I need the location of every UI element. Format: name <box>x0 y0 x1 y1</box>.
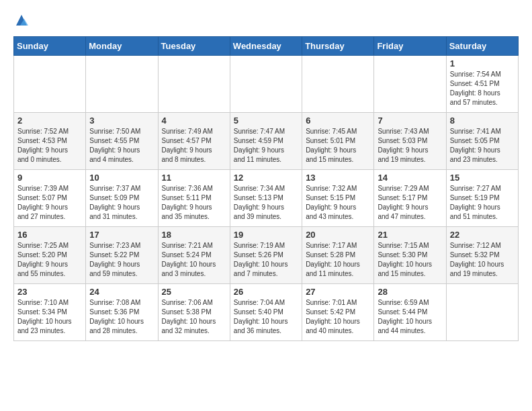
calendar-cell: 17Sunrise: 7:23 AM Sunset: 5:22 PM Dayli… <box>86 227 158 284</box>
weekday-header: Saturday <box>446 37 518 56</box>
day-info: Sunrise: 7:54 AM Sunset: 4:51 PM Dayligh… <box>450 70 515 107</box>
day-number: 25 <box>162 287 226 297</box>
weekday-header: Friday <box>374 37 446 56</box>
day-number: 26 <box>234 287 298 297</box>
calendar-week-row: 16Sunrise: 7:25 AM Sunset: 5:20 PM Dayli… <box>14 227 519 284</box>
day-info: Sunrise: 7:27 AM Sunset: 5:19 PM Dayligh… <box>450 184 515 222</box>
day-number: 24 <box>89 287 154 297</box>
day-info: Sunrise: 7:45 AM Sunset: 5:01 PM Dayligh… <box>306 127 370 165</box>
weekday-header: Tuesday <box>158 37 230 56</box>
calendar-cell: 23Sunrise: 7:10 AM Sunset: 5:34 PM Dayli… <box>14 284 86 341</box>
day-number: 21 <box>378 230 442 240</box>
calendar-cell: 22Sunrise: 7:12 AM Sunset: 5:32 PM Dayli… <box>446 227 518 284</box>
day-info: Sunrise: 7:39 AM Sunset: 5:07 PM Dayligh… <box>17 184 82 222</box>
page-header <box>13 13 519 30</box>
day-info: Sunrise: 7:43 AM Sunset: 5:03 PM Dayligh… <box>378 127 442 165</box>
weekday-header-row: SundayMondayTuesdayWednesdayThursdayFrid… <box>14 37 519 56</box>
calendar-cell: 16Sunrise: 7:25 AM Sunset: 5:20 PM Dayli… <box>14 227 86 284</box>
day-number: 28 <box>378 287 442 297</box>
calendar-cell: 20Sunrise: 7:17 AM Sunset: 5:28 PM Dayli… <box>302 227 374 284</box>
day-number: 19 <box>234 230 298 240</box>
day-number: 12 <box>234 173 298 183</box>
day-number: 18 <box>162 230 226 240</box>
logo-icon <box>13 13 30 30</box>
day-info: Sunrise: 7:49 AM Sunset: 4:57 PM Dayligh… <box>162 127 226 165</box>
calendar-cell: 19Sunrise: 7:19 AM Sunset: 5:26 PM Dayli… <box>230 227 302 284</box>
calendar-cell: 28Sunrise: 6:59 AM Sunset: 5:44 PM Dayli… <box>374 284 446 341</box>
calendar-week-row: 23Sunrise: 7:10 AM Sunset: 5:34 PM Dayli… <box>14 284 519 341</box>
calendar-cell <box>14 56 86 113</box>
day-number: 15 <box>450 173 515 183</box>
day-info: Sunrise: 7:06 AM Sunset: 5:38 PM Dayligh… <box>162 298 226 336</box>
day-number: 8 <box>450 116 515 126</box>
day-number: 22 <box>450 230 515 240</box>
calendar-cell <box>302 56 374 113</box>
calendar-cell <box>230 56 302 113</box>
day-info: Sunrise: 7:50 AM Sunset: 4:55 PM Dayligh… <box>89 127 154 165</box>
calendar-cell: 10Sunrise: 7:37 AM Sunset: 5:09 PM Dayli… <box>86 170 158 227</box>
calendar-cell: 15Sunrise: 7:27 AM Sunset: 5:19 PM Dayli… <box>446 170 518 227</box>
calendar-cell: 8Sunrise: 7:41 AM Sunset: 5:05 PM Daylig… <box>446 113 518 170</box>
calendar-table: SundayMondayTuesdayWednesdayThursdayFrid… <box>13 36 519 341</box>
calendar-cell: 11Sunrise: 7:36 AM Sunset: 5:11 PM Dayli… <box>158 170 230 227</box>
weekday-header: Sunday <box>14 37 86 56</box>
calendar-cell: 13Sunrise: 7:32 AM Sunset: 5:15 PM Dayli… <box>302 170 374 227</box>
day-number: 4 <box>162 116 226 126</box>
day-info: Sunrise: 7:47 AM Sunset: 4:59 PM Dayligh… <box>234 127 298 165</box>
calendar-cell <box>158 56 230 113</box>
calendar-cell <box>446 284 518 341</box>
weekday-header: Wednesday <box>230 37 302 56</box>
calendar-cell: 26Sunrise: 7:04 AM Sunset: 5:40 PM Dayli… <box>230 284 302 341</box>
logo <box>13 13 32 30</box>
day-number: 17 <box>89 230 154 240</box>
calendar-cell: 9Sunrise: 7:39 AM Sunset: 5:07 PM Daylig… <box>14 170 86 227</box>
day-info: Sunrise: 6:59 AM Sunset: 5:44 PM Dayligh… <box>378 298 442 336</box>
calendar-cell: 4Sunrise: 7:49 AM Sunset: 4:57 PM Daylig… <box>158 113 230 170</box>
calendar-cell: 12Sunrise: 7:34 AM Sunset: 5:13 PM Dayli… <box>230 170 302 227</box>
day-number: 6 <box>306 116 370 126</box>
day-number: 11 <box>162 173 226 183</box>
calendar-cell: 27Sunrise: 7:01 AM Sunset: 5:42 PM Dayli… <box>302 284 374 341</box>
day-info: Sunrise: 7:36 AM Sunset: 5:11 PM Dayligh… <box>162 184 226 222</box>
day-number: 13 <box>306 173 370 183</box>
day-number: 7 <box>378 116 442 126</box>
day-number: 5 <box>234 116 298 126</box>
calendar-cell: 21Sunrise: 7:15 AM Sunset: 5:30 PM Dayli… <box>374 227 446 284</box>
weekday-header: Thursday <box>302 37 374 56</box>
calendar-week-row: 1Sunrise: 7:54 AM Sunset: 4:51 PM Daylig… <box>14 56 519 113</box>
day-number: 10 <box>89 173 154 183</box>
calendar-cell: 25Sunrise: 7:06 AM Sunset: 5:38 PM Dayli… <box>158 284 230 341</box>
day-info: Sunrise: 7:01 AM Sunset: 5:42 PM Dayligh… <box>306 298 370 336</box>
day-number: 14 <box>378 173 442 183</box>
calendar-cell: 18Sunrise: 7:21 AM Sunset: 5:24 PM Dayli… <box>158 227 230 284</box>
day-info: Sunrise: 7:37 AM Sunset: 5:09 PM Dayligh… <box>89 184 154 222</box>
calendar-cell: 6Sunrise: 7:45 AM Sunset: 5:01 PM Daylig… <box>302 113 374 170</box>
calendar-cell: 7Sunrise: 7:43 AM Sunset: 5:03 PM Daylig… <box>374 113 446 170</box>
day-number: 2 <box>17 116 82 126</box>
day-number: 16 <box>17 230 82 240</box>
day-number: 9 <box>17 173 82 183</box>
calendar-cell <box>374 56 446 113</box>
calendar-cell: 14Sunrise: 7:29 AM Sunset: 5:17 PM Dayli… <box>374 170 446 227</box>
calendar-cell <box>86 56 158 113</box>
day-info: Sunrise: 7:17 AM Sunset: 5:28 PM Dayligh… <box>306 241 370 279</box>
weekday-header: Monday <box>86 37 158 56</box>
day-info: Sunrise: 7:12 AM Sunset: 5:32 PM Dayligh… <box>450 241 515 279</box>
day-info: Sunrise: 7:25 AM Sunset: 5:20 PM Dayligh… <box>17 241 82 279</box>
calendar-cell: 3Sunrise: 7:50 AM Sunset: 4:55 PM Daylig… <box>86 113 158 170</box>
day-info: Sunrise: 7:23 AM Sunset: 5:22 PM Dayligh… <box>89 241 154 279</box>
calendar-cell: 2Sunrise: 7:52 AM Sunset: 4:53 PM Daylig… <box>14 113 86 170</box>
day-number: 23 <box>17 287 82 297</box>
day-number: 3 <box>89 116 154 126</box>
day-number: 27 <box>306 287 370 297</box>
day-info: Sunrise: 7:04 AM Sunset: 5:40 PM Dayligh… <box>234 298 298 336</box>
calendar-week-row: 2Sunrise: 7:52 AM Sunset: 4:53 PM Daylig… <box>14 113 519 170</box>
calendar-week-row: 9Sunrise: 7:39 AM Sunset: 5:07 PM Daylig… <box>14 170 519 227</box>
day-info: Sunrise: 7:29 AM Sunset: 5:17 PM Dayligh… <box>378 184 442 222</box>
day-number: 20 <box>306 230 370 240</box>
calendar-cell: 5Sunrise: 7:47 AM Sunset: 4:59 PM Daylig… <box>230 113 302 170</box>
day-info: Sunrise: 7:52 AM Sunset: 4:53 PM Dayligh… <box>17 127 82 165</box>
day-info: Sunrise: 7:34 AM Sunset: 5:13 PM Dayligh… <box>234 184 298 222</box>
calendar-cell: 24Sunrise: 7:08 AM Sunset: 5:36 PM Dayli… <box>86 284 158 341</box>
day-info: Sunrise: 7:21 AM Sunset: 5:24 PM Dayligh… <box>162 241 226 279</box>
